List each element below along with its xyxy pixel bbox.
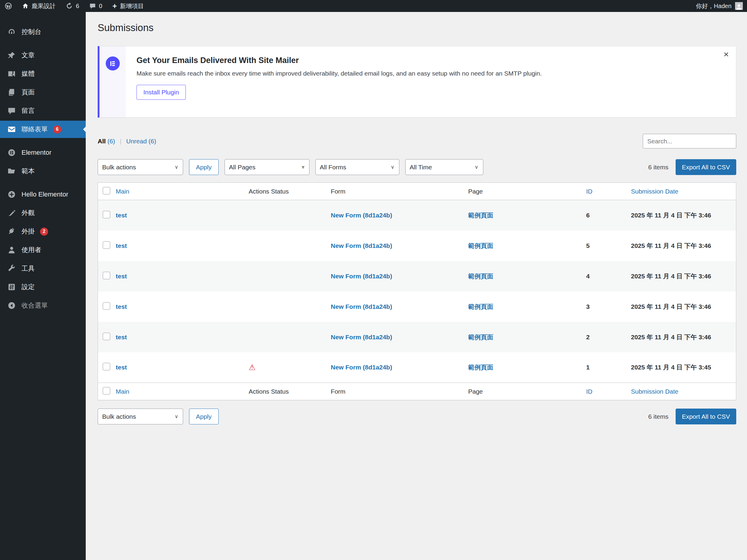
page-link[interactable]: 範例頁面	[468, 212, 493, 219]
sidebar-item-comments[interactable]: 留言	[0, 102, 86, 120]
form-link[interactable]: New Form (8d1a24b)	[331, 212, 392, 219]
column-footer-date[interactable]: Submission Date	[627, 383, 736, 400]
pushpin-icon	[7, 51, 16, 60]
sidebar-item-hello-elementor[interactable]: Hello Elementor	[0, 186, 86, 203]
time-filter-select[interactable]: All Time	[405, 159, 483, 175]
search-input[interactable]	[643, 134, 736, 148]
page-link[interactable]: 範例頁面	[468, 273, 493, 280]
submission-link[interactable]: test	[116, 242, 127, 249]
row-checkbox[interactable]	[103, 363, 110, 370]
home-icon	[22, 3, 29, 9]
submission-link[interactable]: test	[116, 364, 127, 371]
form-link[interactable]: New Form (8d1a24b)	[331, 364, 392, 371]
install-plugin-button[interactable]: Install Plugin	[136, 85, 186, 100]
export-csv-button-bottom[interactable]: Export All to CSV	[676, 409, 736, 425]
plug-icon	[7, 227, 16, 236]
row-checkbox[interactable]	[103, 272, 110, 279]
forms-filter-select[interactable]: All Forms	[315, 159, 400, 175]
pages-filter-select[interactable]: All Pages	[225, 159, 309, 175]
table-row: test New Form (8d1a24b) 範例頁面 4 2025 年 11…	[98, 261, 736, 291]
row-checkbox[interactable]	[103, 302, 110, 310]
column-header-main[interactable]: Main	[112, 183, 245, 200]
sidebar-item-pages[interactable]: 頁面	[0, 84, 86, 101]
sidebar-item-settings[interactable]: 設定	[0, 278, 86, 296]
admin-top-bar: 龐果設計 6 0 + 新增項目 你好，Haden	[0, 0, 747, 12]
apply-button-bottom[interactable]: Apply	[189, 409, 218, 425]
user-icon	[7, 246, 16, 254]
comments-icon	[7, 106, 16, 115]
submission-id: 4	[586, 273, 590, 280]
form-link[interactable]: New Form (8d1a24b)	[331, 273, 392, 280]
banner-icon-column	[100, 46, 126, 118]
submission-date: 2025 年 11 月 4 日 下午 3:46	[631, 273, 711, 280]
items-count: 6 items	[648, 164, 668, 171]
submission-link[interactable]: test	[116, 212, 127, 219]
bulk-actions-select[interactable]: Bulk actions	[98, 159, 183, 175]
sidebar-item-tools[interactable]: 工具	[0, 260, 86, 277]
warning-icon: ⚠	[249, 363, 256, 372]
sidebar-item-contact-forms[interactable]: 聯絡表單 6	[0, 121, 86, 138]
pages-icon	[7, 88, 16, 97]
folder-icon	[7, 167, 16, 176]
sidebar-item-collapse-menu[interactable]: 收合選單	[0, 297, 86, 314]
page-link[interactable]: 範例頁面	[468, 334, 493, 340]
sidebar-item-media[interactable]: 媒體	[0, 65, 86, 82]
sidebar-item-templates[interactable]: 範本	[0, 162, 86, 180]
sidebar-item-dashboard[interactable]: 控制台	[0, 23, 86, 41]
row-checkbox[interactable]	[103, 211, 110, 218]
table-row: test New Form (8d1a24b) 範例頁面 5 2025 年 11…	[98, 231, 736, 261]
elementor-icon	[7, 148, 16, 157]
submission-date: 2025 年 11 月 4 日 下午 3:46	[631, 242, 711, 249]
form-link[interactable]: New Form (8d1a24b)	[331, 242, 392, 249]
form-link[interactable]: New Form (8d1a24b)	[331, 303, 392, 310]
updates-icon	[66, 2, 73, 9]
column-header-id[interactable]: ID	[583, 183, 627, 200]
export-csv-button[interactable]: Export All to CSV	[676, 159, 736, 175]
sidebar-item-elementor[interactable]: Elementor	[0, 144, 86, 161]
banner-title: Get Your Emails Delivered With Site Mail…	[136, 56, 542, 65]
select-all-checkbox[interactable]	[103, 187, 110, 195]
dashboard-icon	[7, 27, 16, 36]
sidebar-item-appearance[interactable]: 外觀	[0, 204, 86, 222]
submission-date: 2025 年 11 月 4 日 下午 3:46	[631, 212, 711, 219]
plus-circle-icon	[7, 190, 16, 199]
page-link[interactable]: 範例頁面	[468, 242, 493, 249]
submission-link[interactable]: test	[116, 334, 127, 340]
submission-date: 2025 年 11 月 4 日 下午 3:46	[631, 334, 711, 340]
page-link[interactable]: 範例頁面	[468, 364, 493, 371]
select-all-checkbox[interactable]	[103, 387, 110, 394]
sidebar-item-posts[interactable]: 文章	[0, 47, 86, 64]
updates-link[interactable]: 6	[66, 2, 79, 9]
sidebar-item-plugins[interactable]: 外掛 2	[0, 223, 86, 240]
wordpress-logo-icon[interactable]	[5, 2, 12, 9]
comments-link[interactable]: 0	[89, 3, 102, 9]
page-link[interactable]: 範例頁面	[468, 303, 493, 310]
submission-date: 2025 年 11 月 4 日 下午 3:45	[631, 364, 711, 371]
submission-date: 2025 年 11 月 4 日 下午 3:46	[631, 303, 711, 310]
new-item-link[interactable]: + 新增項目	[112, 2, 144, 10]
form-link[interactable]: New Form (8d1a24b)	[331, 334, 392, 340]
filter-unread-link[interactable]: Unread	[126, 138, 147, 145]
banner-description: Make sure emails reach the inbox every t…	[136, 70, 542, 77]
row-checkbox[interactable]	[103, 241, 110, 249]
apply-button[interactable]: Apply	[189, 159, 218, 175]
bottom-toolbar: Bulk actions Apply 6 items Export All to…	[98, 409, 736, 425]
column-footer-id[interactable]: ID	[583, 383, 627, 400]
submission-id: 1	[586, 364, 590, 371]
submission-id: 2	[586, 334, 590, 340]
table-row: test New Form (8d1a24b) 範例頁面 2 2025 年 11…	[98, 322, 736, 352]
close-icon[interactable]: ×	[723, 50, 729, 59]
submission-link[interactable]: test	[116, 303, 127, 310]
table-row: test New Form (8d1a24b) 範例頁面 3 2025 年 11…	[98, 291, 736, 322]
bulk-actions-select-bottom[interactable]: Bulk actions	[98, 409, 183, 425]
avatar[interactable]	[735, 2, 743, 10]
sidebar-item-users[interactable]: 使用者	[0, 241, 86, 259]
site-name-link[interactable]: 龐果設計	[22, 2, 56, 10]
submission-link[interactable]: test	[116, 273, 127, 280]
filter-all-link[interactable]: All	[98, 138, 106, 145]
column-footer-actions-status: Actions Status	[245, 383, 327, 400]
column-footer-main[interactable]: Main	[112, 383, 245, 400]
column-header-date[interactable]: Submission Date	[627, 183, 736, 200]
row-checkbox[interactable]	[103, 333, 110, 340]
user-greeting-link[interactable]: 你好，Haden	[696, 2, 731, 10]
